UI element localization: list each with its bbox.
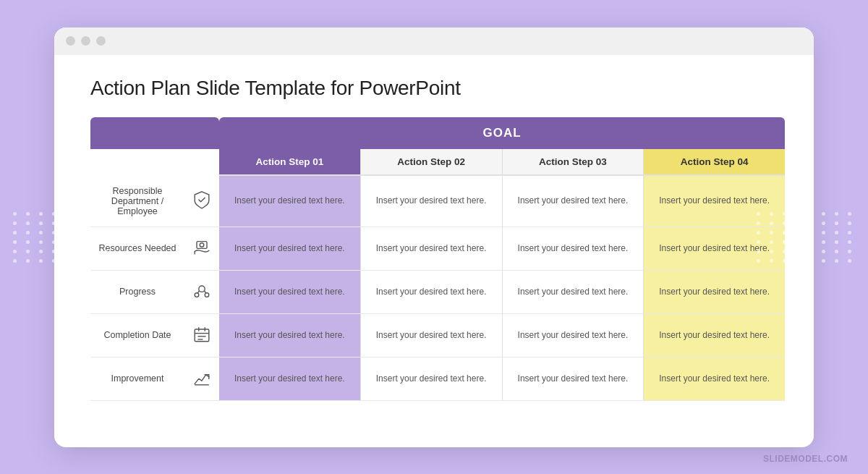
table-row: Completion Date Insert your desired text… xyxy=(90,314,785,357)
cell-text-r0-c3: Insert your desired text here. xyxy=(659,195,770,206)
svg-line-5 xyxy=(197,291,199,293)
cell-text-r4-c1: Insert your desired text here. xyxy=(376,373,487,384)
cell-text-r1-c3: Insert your desired text here. xyxy=(659,243,770,253)
table-row: Improvement Insert your desired text her… xyxy=(90,357,785,401)
svg-point-2 xyxy=(199,286,205,292)
cell-r2-c1: Insert your desired text here. xyxy=(360,271,503,314)
slide-title: Action Plan Slide Template for PowerPoin… xyxy=(90,77,785,100)
decorative-dots-left: (function(){ const d = document.querySel… xyxy=(13,212,111,263)
cell-r4-c0: Insert your desired text here. xyxy=(219,357,360,401)
cell-r1-c2: Insert your desired text here. xyxy=(503,227,644,271)
row-label-4: Improvement xyxy=(90,357,184,401)
cell-r3-c3: Insert your desired text here. xyxy=(644,314,785,357)
row-icon-2 xyxy=(184,271,219,314)
row-icon-1 xyxy=(184,227,219,271)
decorative-dots-right: (function(){ const d = document.querySel… xyxy=(757,212,855,263)
browser-dot-green xyxy=(96,36,106,46)
cell-text-r1-c2: Insert your desired text here. xyxy=(518,243,629,253)
cell-r4-c1: Insert your desired text here. xyxy=(360,357,503,401)
cell-text-r1-c1: Insert your desired text here. xyxy=(376,243,487,253)
cell-r1-c1: Insert your desired text here. xyxy=(360,227,503,271)
cell-text-r1-c0: Insert your desired text here. xyxy=(234,243,345,253)
column-headers-row: Action Step 01 Action Step 02 Action Ste… xyxy=(90,149,785,176)
cell-text-r3-c0: Insert your desired text here. xyxy=(234,330,345,340)
cell-text-r2-c1: Insert your desired text here. xyxy=(376,287,487,297)
browser-bar xyxy=(54,27,814,55)
cell-r3-c0: Insert your desired text here. xyxy=(219,314,360,357)
cell-r0-c2: Insert your desired text here. xyxy=(503,176,644,227)
svg-point-1 xyxy=(200,242,204,247)
cell-text-r4-c0: Insert your desired text here. xyxy=(234,373,345,384)
row-icon-4 xyxy=(184,357,219,401)
cell-text-r2-c0: Insert your desired text here. xyxy=(234,287,345,297)
goal-label: GOAL xyxy=(219,117,785,149)
cell-text-r3-c2: Insert your desired text here. xyxy=(518,330,629,340)
row-icon-0 xyxy=(184,176,219,227)
svg-line-6 xyxy=(205,291,206,293)
cell-text-r4-c3: Insert your desired text here. xyxy=(659,373,770,384)
cell-text-r2-c3: Insert your desired text here. xyxy=(659,287,770,297)
browser-content: Action Plan Slide Template for PowerPoin… xyxy=(54,55,814,423)
cell-r0-c0: Insert your desired text here. xyxy=(219,176,360,227)
browser-dot-red xyxy=(66,36,75,46)
watermark: SLIDEMODEL.COM xyxy=(763,454,848,464)
col-header-step3: Action Step 03 xyxy=(503,149,644,176)
cell-text-r2-c2: Insert your desired text here. xyxy=(518,287,629,297)
cell-text-r4-c2: Insert your desired text here. xyxy=(518,373,629,384)
browser-window: Action Plan Slide Template for PowerPoin… xyxy=(54,27,814,447)
goal-header-row: GOAL xyxy=(90,117,785,149)
col-header-step4: Action Step 04 xyxy=(644,149,785,176)
table-row: Progress Insert your desired text here.I… xyxy=(90,271,785,314)
cell-r0-c1: Insert your desired text here. xyxy=(360,176,503,227)
cell-text-r0-c1: Insert your desired text here. xyxy=(376,195,487,206)
action-table: GOAL Action Step 01 Action Step 02 Actio… xyxy=(90,117,785,401)
row-icon-3 xyxy=(184,314,219,357)
cell-r3-c1: Insert your desired text here. xyxy=(360,314,503,357)
cell-text-r0-c2: Insert your desired text here. xyxy=(518,195,629,206)
cell-r4-c2: Insert your desired text here. xyxy=(503,357,644,401)
table-row: Resources Needed Insert your desired tex… xyxy=(90,227,785,271)
table-row: Responsible Department / Employee Insert… xyxy=(90,176,785,227)
svg-point-4 xyxy=(205,292,209,297)
col-header-step2: Action Step 02 xyxy=(360,149,503,176)
cell-text-r0-c0: Insert your desired text here. xyxy=(234,195,345,206)
cell-r4-c3: Insert your desired text here. xyxy=(644,357,785,401)
cell-r2-c2: Insert your desired text here. xyxy=(503,271,644,314)
browser-dot-yellow xyxy=(81,36,90,46)
cell-text-r3-c3: Insert your desired text here. xyxy=(659,330,770,340)
cell-text-r3-c1: Insert your desired text here. xyxy=(376,330,487,340)
cell-r2-c3: Insert your desired text here. xyxy=(644,271,785,314)
cell-r2-c0: Insert your desired text here. xyxy=(219,271,360,314)
cell-r3-c2: Insert your desired text here. xyxy=(503,314,644,357)
col-header-step1: Action Step 01 xyxy=(219,149,360,176)
row-label-2: Progress xyxy=(90,271,184,314)
row-label-3: Completion Date xyxy=(90,314,184,357)
cell-r1-c0: Insert your desired text here. xyxy=(219,227,360,271)
svg-point-3 xyxy=(195,292,199,297)
